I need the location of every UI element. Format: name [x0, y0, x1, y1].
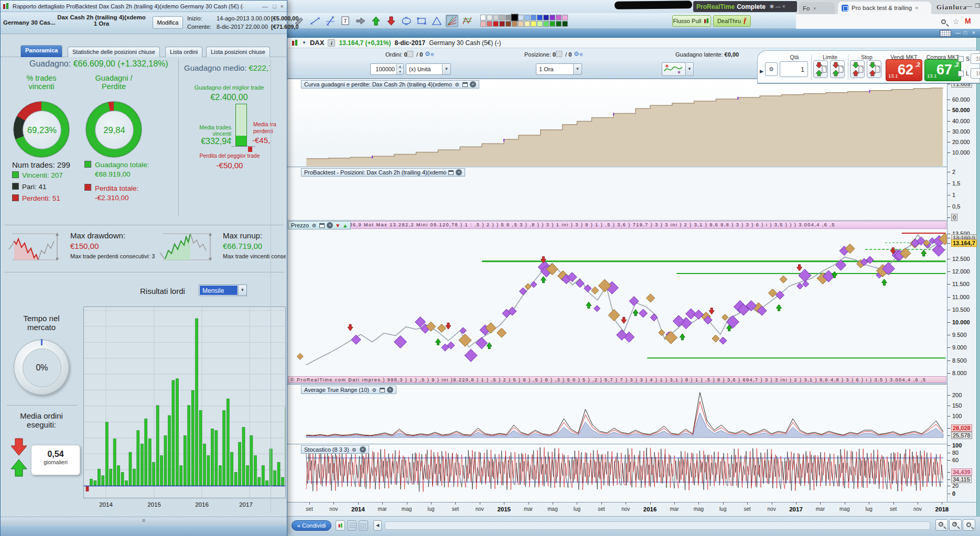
palette-color-swatch[interactable]	[511, 14, 519, 21]
palette-color-swatch[interactable]	[493, 21, 499, 27]
report-maximize-button[interactable]: □	[273, 3, 276, 9]
fan-tool[interactable]	[446, 15, 458, 27]
modifica-button[interactable]: Modifica	[153, 16, 183, 29]
palette-color-swatch[interactable]	[524, 21, 530, 27]
collapse-arrow-icon[interactable]: ▶	[760, 69, 763, 74]
stop-sell-button[interactable]	[867, 60, 881, 78]
close-icon[interactable]: ×	[470, 81, 476, 87]
chevron-down-icon[interactable]: ▼	[442, 64, 450, 74]
bookmark-star-icon[interactable]: ☆	[953, 17, 960, 26]
palette-color-swatch[interactable]	[531, 21, 536, 27]
tab-lista-posizioni-chiuse[interactable]: Lista posizioni chiuse	[206, 47, 270, 57]
flusso-pull-button[interactable]: Flusso Pull	[672, 15, 711, 27]
spin-up-icon[interactable]: ▲	[396, 64, 403, 69]
chart-minimize-button[interactable]: —	[955, 30, 961, 36]
buy-arrow-icon[interactable]: ▲	[342, 223, 348, 228]
report-minimize-button[interactable]: —	[262, 3, 268, 9]
vendi-mkt-button[interactable]: 13.1 62 ,2	[886, 59, 922, 81]
chevron-down-icon[interactable]: ▼	[573, 64, 581, 74]
channel-tool[interactable]	[461, 15, 473, 27]
stop-buy-button[interactable]	[850, 60, 865, 78]
wrench-icon[interactable]: ⚙	[454, 81, 460, 87]
stop-checkbox[interactable]	[958, 56, 964, 62]
palette-color-swatch[interactable]	[556, 21, 562, 27]
list-icon[interactable]	[347, 520, 357, 531]
zoom-in-button[interactable]: +	[949, 519, 962, 531]
palette-color-swatch[interactable]	[562, 21, 568, 27]
zoom-out-button[interactable]: −	[935, 519, 948, 531]
palette-color-swatch[interactable]	[531, 15, 536, 20]
scroll-left-button[interactable]: ◀	[373, 520, 382, 531]
symbol-label[interactable]: DAX	[310, 39, 324, 47]
palette-color-swatch[interactable]	[543, 21, 549, 27]
close-icon[interactable]: ×	[327, 222, 333, 228]
dealthru-button[interactable]: DealThru ƒ	[713, 15, 751, 27]
compra-mkt-button[interactable]: 13.1 67 ,2	[924, 59, 961, 81]
palette-color-swatch[interactable]	[537, 21, 543, 27]
browser-tab-background[interactable]: Fo ×	[799, 2, 835, 14]
gmail-icon[interactable]: M	[965, 17, 971, 25]
window-icon[interactable]	[462, 82, 468, 87]
wrench-icon[interactable]: ⚙	[351, 446, 358, 453]
palette-color-swatch[interactable]	[487, 15, 492, 20]
unit-select[interactable]: (x) Unità ▼	[406, 63, 451, 75]
tab-close-icon[interactable]: ×	[813, 5, 816, 12]
palette-color-swatch[interactable]	[518, 21, 524, 27]
tab-panoramica[interactable]: Panoramica	[20, 45, 62, 57]
palette-color-swatch[interactable]	[524, 15, 530, 20]
ordini-box-icon[interactable]	[407, 51, 413, 57]
palette-color-swatch[interactable]	[518, 15, 524, 20]
palette-color-swatch[interactable]	[556, 15, 562, 20]
palette-color-swatch[interactable]	[543, 15, 549, 20]
qta-input[interactable]: 1	[780, 61, 808, 77]
chevron-down-icon[interactable]: ▼	[238, 285, 246, 296]
window-icon[interactable]	[319, 223, 325, 228]
chevron-down-icon[interactable]: ▼	[686, 62, 694, 76]
gear-icon[interactable]: ⚙⚙	[574, 50, 583, 58]
arrow-right-tool[interactable]	[354, 15, 367, 27]
horizontal-scrollbar[interactable]	[385, 521, 930, 530]
palette-color-swatch[interactable]	[550, 15, 555, 20]
chart-maximize-button[interactable]: □	[964, 30, 967, 36]
limite-buy-button[interactable]	[830, 60, 845, 78]
palette-color-swatch[interactable]	[493, 15, 499, 20]
palette-color-swatch[interactable]	[550, 21, 555, 27]
l-value-input[interactable]: 10	[971, 68, 980, 79]
wrench-button[interactable]: ⚙	[765, 62, 778, 76]
palette-color-swatch[interactable]	[512, 21, 518, 27]
zoom-reset-button[interactable]	[963, 519, 975, 531]
period-select[interactable]: Mensile ▼	[199, 285, 247, 296]
rectangle-tool[interactable]	[415, 15, 428, 27]
ellipse-tool[interactable]	[400, 15, 413, 27]
sell-arrow-icon[interactable]: ▼	[335, 223, 340, 228]
text-tool[interactable]: T	[339, 15, 352, 27]
wrench-icon[interactable]: ⚙	[311, 222, 317, 228]
chevron-down-icon[interactable]: ▼	[302, 40, 306, 45]
arrow-up-tool[interactable]	[370, 15, 382, 27]
palette-color-swatch[interactable]	[480, 15, 486, 20]
spin-down-icon[interactable]: ▼	[396, 69, 403, 74]
palette-color-swatch[interactable]	[505, 21, 511, 27]
s-value-input[interactable]: 10	[971, 53, 980, 64]
grid-icon[interactable]	[359, 520, 368, 531]
window-icon[interactable]	[448, 170, 454, 175]
chart-close-button[interactable]: ×	[972, 30, 975, 36]
tab-close-icon[interactable]: ×	[915, 5, 918, 11]
close-icon[interactable]: ×	[360, 446, 366, 453]
window-icon[interactable]	[380, 388, 385, 392]
share-button[interactable]: « Condividi	[292, 520, 331, 531]
segment-tool[interactable]	[309, 15, 321, 27]
arrow-down-tool[interactable]	[385, 15, 397, 27]
palette-color-swatch[interactable]	[562, 15, 568, 20]
resize-handle[interactable]: ≡	[1, 517, 287, 526]
limite-sell-button[interactable]	[813, 60, 828, 78]
close-icon[interactable]: ×	[387, 387, 393, 393]
quantity-stepper[interactable]: 100000 ▲ ▼	[370, 63, 404, 75]
tab-lista-ordini[interactable]: Lista ordini	[165, 47, 202, 57]
palette-color-swatch[interactable]	[487, 21, 492, 27]
wrench-icon[interactable]: ⚙	[371, 387, 378, 393]
triangle-tool[interactable]	[430, 15, 443, 27]
posizione-box-icon[interactable]	[556, 51, 562, 57]
chart-style-icon[interactable]	[336, 520, 345, 531]
browser-minimize-button[interactable]: —	[966, 3, 972, 9]
